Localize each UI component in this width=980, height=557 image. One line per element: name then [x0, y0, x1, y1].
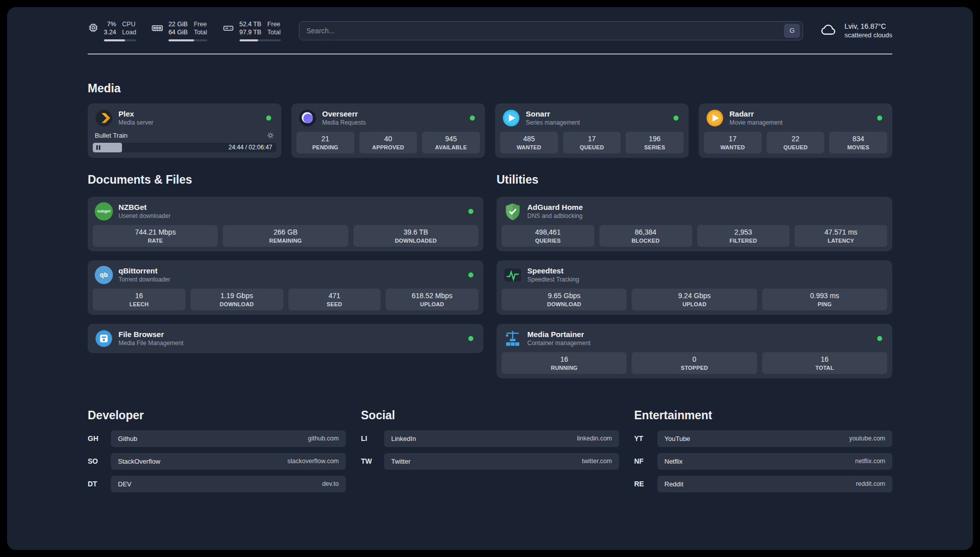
card-title: Media Portainer — [527, 330, 590, 340]
stat-tile: 39.6 TB DOWNLOADED — [353, 225, 478, 247]
stat-label: LEECH — [95, 301, 183, 307]
sonarr-icon — [502, 109, 520, 127]
stat-value: 16 — [95, 292, 183, 300]
bookmark-url: github.com — [308, 435, 339, 442]
memory-widget: 22 GiB 64 GiB Free Total — [151, 20, 207, 41]
overseerr-card[interactable]: Overseerr Media Requests 21 PENDING 40 A… — [291, 103, 485, 158]
plex-card[interactable]: Plex Media server Bullet Train 24:44 / 0… — [88, 103, 281, 158]
entertainment-heading: Entertainment — [634, 409, 892, 422]
playback-time: 24:44 / 02:06:47 — [228, 144, 276, 151]
stat-value: 196 — [628, 135, 682, 143]
stat-tile: 744.21 Mbps RATE — [93, 225, 218, 247]
bookmark-url: stackoverflow.com — [287, 458, 339, 465]
stat-tile: 17 QUEUED — [563, 132, 621, 153]
memory-usage-bar — [168, 39, 207, 41]
adguard-card[interactable]: AdGuard Home DNS and adblocking 498,461 … — [497, 197, 892, 251]
sonarr-card[interactable]: Sonarr Series management 485 WANTED 17 Q… — [495, 103, 689, 158]
pause-icon[interactable] — [93, 145, 101, 150]
stat-value: 22 — [769, 135, 823, 143]
filebrowser-card[interactable]: File Browser Media File Management — [88, 324, 483, 353]
bookmark-row: TW Twitter twitter.com — [361, 453, 619, 470]
stat-tile: 9.24 Gbps UPLOAD — [632, 289, 757, 310]
status-dot — [468, 272, 473, 277]
card-subtitle: Series management — [526, 119, 580, 126]
cpu-load-label: Load — [122, 28, 136, 36]
stat-tile: 16 LEECH — [93, 289, 186, 310]
playback-progress-bar[interactable]: 24:44 / 02:06:47 — [93, 143, 276, 152]
disk-free-value: 52.4 TB — [239, 20, 262, 28]
stat-label: DOWNLOADED — [355, 238, 476, 244]
stat-value: 40 — [361, 135, 415, 143]
card-title: AdGuard Home — [527, 203, 583, 212]
stat-value: 16 — [504, 355, 625, 363]
documents-column: Documents & Files nzbget NZBGet Usenet d… — [88, 173, 483, 378]
stat-label: FILTERED — [699, 238, 788, 244]
bookmark-link-linkedin[interactable]: LinkedIn linkedin.com — [384, 430, 619, 447]
stat-tile: 498,461 QUERIES — [502, 225, 594, 247]
bookmark-row: DT DEV dev.to — [88, 476, 346, 492]
cpu-load-value: 3.24 — [104, 28, 116, 36]
stat-label: MOVIES — [831, 144, 885, 150]
stat-tile: 47.571 ms LATENCY — [794, 225, 887, 247]
card-title: Overseerr — [322, 109, 366, 119]
bookmark-link-stackoverflow[interactable]: StackOverflow stackoverflow.com — [111, 453, 346, 470]
stat-label: LATENCY — [797, 238, 885, 244]
stat-tile: 266 GB REMAINING — [223, 225, 348, 247]
stat-value: 744.21 Mbps — [95, 228, 216, 236]
stat-label: UPLOAD — [634, 301, 755, 307]
stat-value: 17 — [565, 135, 619, 143]
stat-tile: 618.52 Mbps UPLOAD — [386, 289, 478, 310]
stat-value: 17 — [706, 135, 760, 143]
card-subtitle: DNS and adblocking — [527, 212, 583, 219]
card-title: qBittorrent — [118, 266, 170, 276]
bookmark-link-youtube[interactable]: YouTube youtube.com — [657, 430, 892, 447]
card-title: Sonarr — [526, 109, 580, 119]
gear-icon[interactable] — [267, 132, 274, 139]
bookmark-name: Github — [118, 435, 137, 442]
bookmark-link-twitter[interactable]: Twitter twitter.com — [384, 453, 619, 470]
card-title: Plex — [118, 109, 153, 119]
stat-label: AVAILABLE — [424, 144, 478, 150]
qbittorrent-card[interactable]: qb qBittorrent Torrent downloader 16 LEE… — [88, 260, 483, 315]
stat-value: 86,384 — [601, 228, 690, 236]
stat-tile: 1.19 Gbps DOWNLOAD — [191, 289, 283, 310]
stat-label: RATE — [95, 238, 216, 244]
bookmark-url: dev.to — [322, 480, 339, 487]
status-dot — [470, 116, 475, 121]
entertainment-bookmarks: Entertainment YT YouTube youtube.com NF … — [634, 409, 892, 498]
nzbget-card[interactable]: nzbget NZBGet Usenet downloader 744.21 M… — [88, 197, 483, 251]
card-title: File Browser — [118, 330, 183, 340]
stat-label: RUNNING — [504, 365, 625, 371]
search-input[interactable] — [307, 27, 784, 35]
stat-tile: 0.993 ms PING — [762, 289, 887, 310]
stat-value: 39.6 TB — [355, 228, 476, 236]
bookmark-link-netflix[interactable]: Netflix netflix.com — [657, 453, 892, 470]
bookmark-name: StackOverflow — [118, 458, 160, 465]
bookmark-row: YT YouTube youtube.com — [634, 430, 892, 447]
status-dot — [468, 336, 473, 341]
speedtest-card[interactable]: Speedtest Speedtest Tracking 9.65 Gbps D… — [497, 260, 892, 315]
bookmark-link-github[interactable]: Github github.com — [111, 430, 346, 447]
weather-widget[interactable]: Lviv, 16.87°C scattered clouds — [818, 22, 892, 40]
bookmark-link-dev[interactable]: DEV dev.to — [111, 476, 346, 492]
stat-tile: 945 AVAILABLE — [422, 132, 480, 153]
stat-label: WANTED — [706, 144, 760, 150]
stat-value: 9.24 Gbps — [634, 292, 755, 300]
stat-tile: 834 MOVIES — [829, 132, 887, 153]
search-provider-button[interactable]: G — [784, 24, 800, 38]
stat-tile: 0 STOPPED — [632, 352, 757, 374]
bookmark-url: youtube.com — [849, 435, 885, 442]
memory-total-label: Total — [194, 28, 207, 36]
stat-tile: 9.65 Gbps DOWNLOAD — [502, 289, 627, 310]
bookmark-url: netflix.com — [855, 458, 885, 465]
radarr-card[interactable]: Radarr Movie management 17 WANTED 22 QUE… — [699, 103, 892, 158]
bookmark-link-reddit[interactable]: Reddit reddit.com — [657, 476, 892, 492]
disk-total-value: 97.9 TB — [239, 28, 262, 36]
bookmark-url: twitter.com — [582, 458, 612, 465]
portainer-card[interactable]: Media Portainer Container management 16 … — [497, 324, 892, 378]
card-subtitle: Container management — [527, 340, 590, 347]
bookmark-abbr: RE — [634, 480, 657, 488]
card-subtitle: Usenet downloader — [118, 212, 170, 219]
stat-label: DOWNLOAD — [504, 301, 625, 307]
bookmark-abbr: SO — [88, 457, 111, 465]
